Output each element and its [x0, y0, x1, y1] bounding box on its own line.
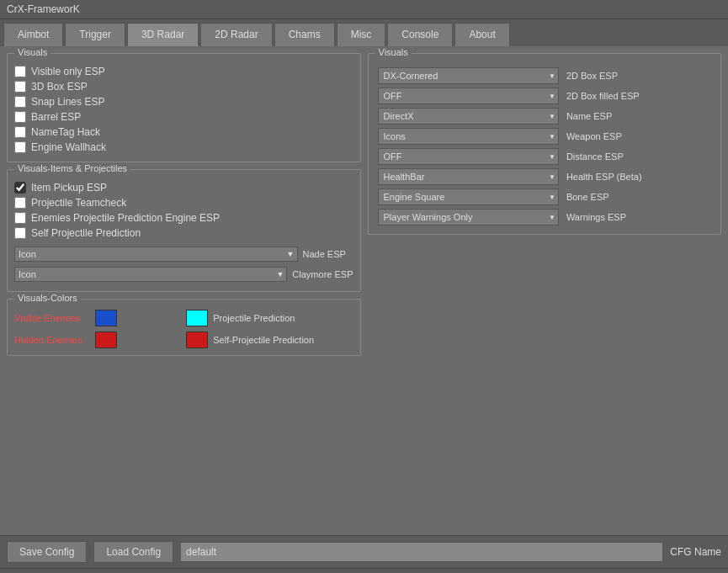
checkbox-visible-only-esp-input[interactable]	[14, 66, 26, 77]
table-row: HealthBarOff Health ESP (Beta)	[375, 167, 715, 187]
name-esp-select[interactable]: DirectXOpenGLOff	[378, 108, 559, 125]
hidden-enemies-label: Hidden Enemies	[14, 335, 90, 345]
hidden-enemies-swatch[interactable]	[95, 332, 117, 348]
distance-esp-select[interactable]: OFFOn	[378, 148, 559, 165]
health-esp-dropdown[interactable]: HealthBarOff	[378, 168, 559, 185]
checkbox-item-pickup-esp-label: Item Pickup ESP	[31, 182, 107, 194]
checkbox-3d-box-esp-label: 3D Box ESP	[31, 81, 88, 93]
self-projectile-swatch[interactable]	[186, 332, 208, 348]
checkbox-snap-lines[interactable]: Snap Lines ESP	[14, 94, 353, 109]
colors-group: Visuals-Colors Visible Enemies Projectil…	[7, 299, 361, 356]
claymore-esp-select[interactable]: Icon Box Off	[14, 267, 287, 282]
checkbox-item-pickup-esp-input[interactable]	[14, 182, 26, 194]
2d-box-filled-esp-dropdown[interactable]: OFFFilledOn	[378, 88, 559, 104]
checkbox-snap-lines-label: Snap Lines ESP	[31, 96, 104, 108]
weapon-esp-label: Weapon ESP	[561, 126, 714, 146]
2d-box-esp-label: 2D Box ESP	[561, 66, 714, 86]
tab-misc[interactable]: Misc	[337, 23, 386, 46]
status-bar: Private CoD4x Cheat V7.2.4 | 62.3 FPS | …	[0, 568, 728, 573]
warnings-esp-label: Warnings ESP	[561, 207, 714, 227]
claymore-esp-label: Claymore ESP	[292, 269, 353, 279]
table-row: OFFOn Distance ESP	[375, 146, 715, 167]
table-row: IconsNoneOff Weapon ESP	[375, 126, 715, 146]
tab-aimbot[interactable]: Aimbot	[3, 23, 63, 46]
right-visuals-group: Visuals DX-CorneredBoxOff	[368, 53, 722, 235]
tab-about[interactable]: About	[454, 23, 509, 46]
distance-esp-dropdown[interactable]: OFFOn	[378, 148, 559, 165]
warnings-esp-select[interactable]: Player Warnings OnlyOff	[378, 209, 559, 225]
name-esp-dropdown[interactable]: DirectXOpenGLOff	[378, 108, 559, 125]
checkbox-projectile-teamcheck-input[interactable]	[14, 197, 26, 209]
right-visuals-title: Visuals	[375, 47, 412, 57]
main-content: Visuals Visible only ESP 3D Box ESP Snap…	[0, 46, 728, 535]
checkbox-3d-box-esp[interactable]: 3D Box ESP	[14, 79, 353, 94]
table-row: OFFFilledOn 2D Box filled ESP	[375, 86, 715, 106]
checkbox-self-proj[interactable]: Self Projectile Prediction	[14, 225, 353, 241]
visible-enemies-swatch[interactable]	[95, 310, 117, 326]
nade-esp-dropdown[interactable]: Icon Box Off	[14, 247, 298, 262]
name-esp-label: Name ESP	[561, 106, 714, 126]
health-esp-select[interactable]: HealthBarOff	[378, 168, 559, 185]
2d-box-esp-select[interactable]: DX-CorneredBoxOff	[378, 67, 559, 84]
checkbox-engine-wallhack[interactable]: Engine Wallhack	[14, 140, 353, 155]
bone-esp-label: Bone ESP	[561, 187, 714, 207]
tab-chams[interactable]: Chams	[274, 23, 335, 46]
checkbox-barrel-esp[interactable]: Barrel ESP	[14, 109, 353, 125]
checkbox-engine-wallhack-input[interactable]	[14, 141, 26, 153]
checkbox-nametag-hack-input[interactable]	[14, 126, 26, 138]
footer-bar: Save Config Load Config CFG Name	[0, 535, 728, 568]
self-projectile-color-label: Self-Projectile Prediction	[213, 335, 314, 345]
tab-console[interactable]: Console	[387, 23, 453, 46]
table-row: DX-CorneredBoxOff 2D Box ESP	[375, 66, 715, 86]
visible-enemies-label: Visible Enemies	[14, 313, 90, 323]
save-config-button[interactable]: Save Config	[7, 541, 87, 563]
checkbox-snap-lines-input[interactable]	[14, 96, 26, 108]
app-title: CrX-FrameworK	[7, 3, 80, 15]
checkbox-enemies-proj[interactable]: Enemies Projectile Prediction Engine ESP	[14, 210, 353, 225]
2d-box-filled-esp-label: 2D Box filled ESP	[561, 86, 714, 106]
colors-group-title: Visuals-Colors	[14, 293, 81, 303]
bone-esp-select[interactable]: Engine SquareOff	[378, 188, 559, 205]
projectile-prediction-swatch[interactable]	[186, 310, 208, 326]
tab-trigger[interactable]: Trigger	[65, 23, 125, 46]
2d-box-filled-esp-select[interactable]: OFFFilledOn	[378, 88, 559, 104]
checkbox-projectile-teamcheck[interactable]: Projectile Teamcheck	[14, 195, 353, 210]
checkbox-enemies-proj-label: Enemies Projectile Prediction Engine ESP	[31, 212, 220, 224]
table-row: DirectXOpenGLOff Name ESP	[375, 106, 715, 126]
esp-table: DX-CorneredBoxOff 2D Box ESP	[375, 66, 715, 227]
nade-esp-row: Icon Box Off Nade ESP	[14, 244, 353, 264]
right-panel: Visuals DX-CorneredBoxOff	[368, 53, 722, 528]
weapon-esp-select[interactable]: IconsNoneOff	[378, 128, 559, 145]
tab-2d-radar[interactable]: 2D Radar	[200, 23, 272, 46]
load-config-button[interactable]: Load Config	[93, 541, 173, 563]
warnings-esp-dropdown[interactable]: Player Warnings OnlyOff	[378, 209, 559, 225]
items-projectiles-group: Visuals-Items & Projectiles Item Pickup …	[7, 169, 361, 292]
table-row: Engine SquareOff Bone ESP	[375, 187, 715, 207]
claymore-esp-row: Icon Box Off Claymore ESP	[14, 264, 353, 284]
projectile-prediction-color-label: Projectile Prediction	[213, 313, 295, 323]
cfg-name-label: CFG Name	[670, 546, 721, 558]
self-projectile-color-row: Self-Projectile Prediction	[186, 332, 353, 348]
bone-esp-dropdown[interactable]: Engine SquareOff	[378, 188, 559, 205]
checkbox-visible-only-esp[interactable]: Visible only ESP	[14, 64, 353, 79]
visuals-group: Visuals Visible only ESP 3D Box ESP Snap…	[7, 53, 361, 162]
hidden-enemies-row: Hidden Enemies	[14, 332, 181, 348]
checkbox-barrel-esp-input[interactable]	[14, 111, 26, 123]
checkbox-nametag-hack-label: NameTag Hack	[31, 126, 100, 138]
items-projectiles-title: Visuals-Items & Projectiles	[14, 163, 130, 173]
checkbox-enemies-proj-input[interactable]	[14, 212, 26, 224]
visuals-group-title: Visuals	[14, 47, 50, 57]
2d-box-esp-dropdown[interactable]: DX-CorneredBoxOff	[378, 67, 559, 84]
weapon-esp-dropdown[interactable]: IconsNoneOff	[378, 128, 559, 145]
nade-esp-select[interactable]: Icon Box Off	[14, 247, 298, 262]
tab-bar: Aimbot Trigger 3D Radar 2D Radar Chams M…	[0, 19, 728, 46]
claymore-esp-dropdown[interactable]: Icon Box Off	[14, 267, 287, 282]
distance-esp-label: Distance ESP	[561, 146, 714, 167]
checkbox-item-pickup-esp[interactable]: Item Pickup ESP	[14, 180, 353, 195]
tab-3d-radar[interactable]: 3D Radar	[127, 23, 199, 46]
checkbox-3d-box-esp-input[interactable]	[14, 81, 26, 93]
checkbox-self-proj-input[interactable]	[14, 227, 26, 239]
checkbox-nametag-hack[interactable]: NameTag Hack	[14, 125, 353, 140]
cfg-name-input[interactable]	[180, 542, 663, 562]
checkbox-engine-wallhack-label: Engine Wallhack	[31, 141, 106, 153]
